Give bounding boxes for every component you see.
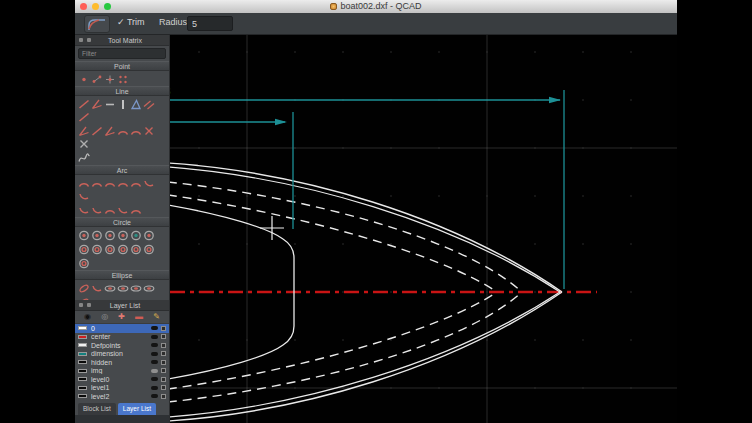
layer-color-swatch[interactable]	[78, 335, 87, 339]
drawing-canvas[interactable]: 3	[170, 35, 677, 423]
circle-2-point-diameter-icon[interactable]	[143, 229, 155, 241]
ellipse-foci-point-icon[interactable]	[130, 282, 142, 294]
hide-all-layers-icon[interactable]: ◎	[101, 311, 108, 323]
layer-color-swatch[interactable]	[78, 394, 87, 398]
layer-color-swatch[interactable]	[78, 343, 87, 347]
layer-list-header[interactable]: Layer List	[75, 300, 169, 311]
layer-lock-icon[interactable]	[161, 394, 166, 399]
layer-row-0[interactable]: 0	[75, 324, 169, 333]
layer-lock-icon[interactable]	[161, 351, 166, 356]
circle-tangent-2-a-icon[interactable]	[104, 243, 116, 255]
point-matrix-icon[interactable]	[117, 73, 129, 85]
layer-visibility-eye-icon[interactable]	[151, 352, 158, 356]
arc-tangent-2-entities-icon[interactable]	[130, 204, 142, 216]
circle-concentric-icon[interactable]	[78, 243, 90, 255]
circle-center-point-icon[interactable]	[78, 229, 90, 241]
layer-lock-icon[interactable]	[161, 360, 166, 365]
titlebar[interactable]: boat002.dxf - QCAD	[75, 0, 677, 13]
layer-visibility-eye-icon[interactable]	[151, 343, 158, 347]
arc-2-points-radius-icon[interactable]	[104, 177, 116, 189]
tab-layer-list[interactable]: Layer List	[118, 403, 156, 415]
point-single-icon[interactable]	[78, 73, 90, 85]
line-freehand-icon[interactable]	[78, 152, 90, 164]
dock-float-icon[interactable]	[79, 38, 83, 42]
radius-input[interactable]	[187, 16, 233, 31]
layer-color-swatch[interactable]	[78, 386, 87, 390]
layer-color-swatch[interactable]	[78, 377, 87, 381]
arc-2-points-height-icon[interactable]	[143, 177, 155, 189]
layer-color-swatch[interactable]	[78, 369, 87, 373]
layer-row-level0[interactable]: level0	[75, 375, 169, 384]
layer-color-swatch[interactable]	[78, 352, 87, 356]
line-angle-icon[interactable]	[91, 98, 103, 110]
line-2-points-icon[interactable]	[78, 98, 90, 110]
arc-tangent-icon[interactable]	[78, 190, 90, 202]
arc-center-point-angles-icon[interactable]	[78, 177, 90, 189]
line-polygon-icon[interactable]	[130, 98, 142, 110]
layer-row-img[interactable]: img	[75, 367, 169, 376]
ellipse-center-point-icon[interactable]	[117, 282, 129, 294]
layer-row-hidden[interactable]: hidden	[75, 358, 169, 367]
section-header-line[interactable]: Line	[75, 86, 169, 96]
line-tangent-point-circle-icon[interactable]	[117, 125, 129, 137]
layer-row-center[interactable]: center	[75, 333, 169, 342]
line-parallel-through-point-icon[interactable]	[78, 111, 90, 123]
line-orthogonal-icon[interactable]	[91, 125, 103, 137]
layer-lock-icon[interactable]	[161, 326, 166, 331]
ellipse-2-foci-icon[interactable]	[143, 282, 155, 294]
section-header-point[interactable]: Point	[75, 61, 169, 71]
circle-tangent-3-icon[interactable]	[130, 243, 142, 255]
layer-lock-icon[interactable]	[161, 343, 166, 348]
line-relative-angle-icon[interactable]	[104, 125, 116, 137]
circle-2-points-icon[interactable]	[91, 229, 103, 241]
layer-visibility-eye-icon[interactable]	[151, 394, 158, 398]
circle-parallel-icon[interactable]	[78, 257, 90, 269]
arc-concentric-icon[interactable]	[78, 204, 90, 216]
line-bisector-icon[interactable]	[78, 125, 90, 137]
hull-inner-bottom[interactable]	[170, 292, 560, 417]
arc-2-points-angle-icon[interactable]	[117, 177, 129, 189]
trim-checkbox[interactable]: ✓ Trim	[117, 17, 145, 27]
hull-outer-top[interactable]	[170, 163, 562, 292]
arc-3-points-icon[interactable]	[91, 177, 103, 189]
layer-visibility-eye-icon[interactable]	[151, 386, 158, 390]
fillet-tool-button[interactable]	[84, 15, 110, 33]
circle-tangent-2-b-icon[interactable]	[117, 243, 129, 255]
layer-visibility-eye-icon[interactable]	[151, 369, 158, 373]
section-header-ellipse[interactable]: Ellipse	[75, 270, 169, 280]
section-header-circle[interactable]: Circle	[75, 217, 169, 227]
line-tangent-2-circles-icon[interactable]	[130, 125, 142, 137]
tool-filter-input[interactable]: Filter	[78, 48, 166, 59]
tab-block-list[interactable]: Block List	[78, 403, 116, 415]
layer-visibility-eye-icon[interactable]	[151, 326, 158, 330]
point-center-icon[interactable]	[104, 73, 116, 85]
point-along-entity-icon[interactable]	[91, 73, 103, 85]
edit-layer-icon[interactable]: ✎	[153, 311, 160, 323]
layer-visibility-eye-icon[interactable]	[151, 377, 158, 381]
arc-2-points-length-icon[interactable]	[130, 177, 142, 189]
dock-float-icon[interactable]	[79, 303, 83, 307]
hull-inner-top[interactable]	[170, 167, 560, 292]
layer-lock-icon[interactable]	[161, 334, 166, 339]
layer-visibility-eye-icon[interactable]	[151, 335, 158, 339]
circle-concentric-distance-icon[interactable]	[91, 243, 103, 255]
layer-visibility-eye-icon[interactable]	[151, 360, 158, 364]
add-layer-icon[interactable]: ✚	[118, 311, 125, 323]
layer-lock-icon[interactable]	[161, 368, 166, 373]
layer-color-swatch[interactable]	[78, 360, 87, 364]
layer-color-swatch[interactable]	[78, 326, 87, 330]
show-all-layers-icon[interactable]: ◉	[84, 311, 91, 323]
hull-outer-bottom[interactable]	[170, 292, 562, 421]
line-parallel-icon[interactable]	[143, 98, 155, 110]
ellipse-4-points-icon[interactable]	[104, 282, 116, 294]
ellipse-center-2-points-icon[interactable]	[78, 282, 90, 294]
line-horizontal-icon[interactable]	[104, 98, 116, 110]
circle-center-radius-icon[interactable]	[117, 229, 129, 241]
layer-row-dimension[interactable]: dimension	[75, 350, 169, 359]
tool-matrix-header[interactable]: Tool Matrix	[75, 35, 169, 46]
line-vertical-icon[interactable]	[117, 98, 129, 110]
arc-concentric-distance-icon[interactable]	[91, 204, 103, 216]
layer-row-level2[interactable]: level2	[75, 392, 169, 401]
circle-inscribed-icon[interactable]	[143, 243, 155, 255]
layer-lock-icon[interactable]	[161, 377, 166, 382]
